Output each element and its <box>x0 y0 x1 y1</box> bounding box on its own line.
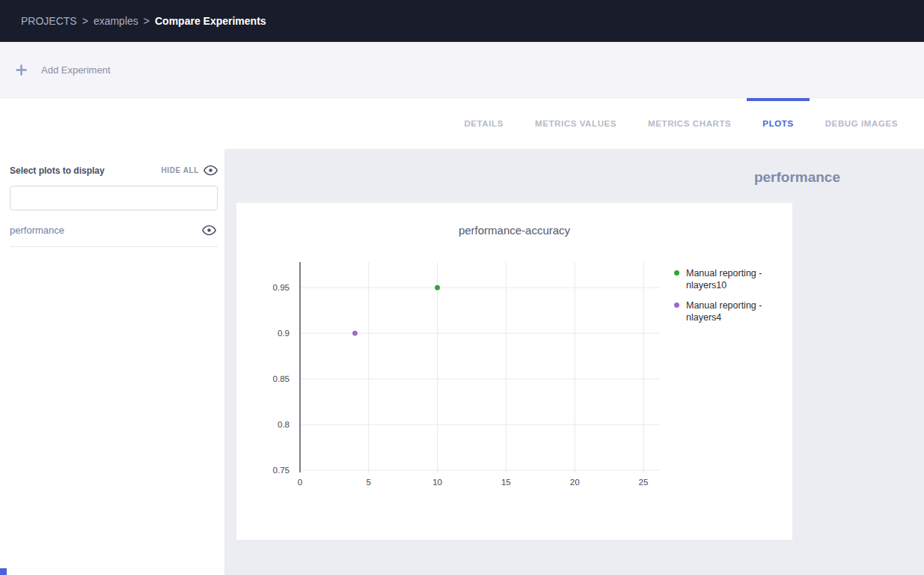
y-axis-tick-label: 0.8 <box>278 420 290 429</box>
legend-item[interactable]: Manual reporting - nlayers4 <box>674 299 786 323</box>
sidebar-title: Select plots to display <box>10 165 105 176</box>
plus-icon <box>15 64 28 76</box>
y-axis-tick-label: 0.95 <box>273 283 290 292</box>
tab-metrics-values[interactable]: METRICS VALUES <box>519 98 632 149</box>
hide-all-label: HIDE ALL <box>161 166 199 174</box>
x-axis-tick-label: 5 <box>367 478 371 487</box>
breadcrumb-examples-link[interactable]: examples <box>94 15 138 27</box>
y-axis-tick-label: 0.75 <box>273 466 290 475</box>
data-point[interactable] <box>352 331 358 336</box>
legend-item[interactable]: Manual reporting - nlayers10 <box>674 267 786 291</box>
eye-icon <box>204 165 218 176</box>
corner-accent <box>0 568 7 575</box>
tab-metrics-charts[interactable]: METRICS CHARTS <box>632 98 747 149</box>
main-content: Select plots to display HIDE ALL perform… <box>0 149 924 575</box>
breadcrumb-current-page: Compare Experiments <box>155 15 266 27</box>
tab-details[interactable]: DETAILS <box>448 98 519 149</box>
breadcrumb-separator: > <box>82 15 88 27</box>
scatter-plot[interactable]: 0.750.80.850.90.950510152025 <box>251 249 700 489</box>
metric-group-title: performance <box>754 169 840 186</box>
legend-color-dot <box>674 302 679 308</box>
tab-plots[interactable]: PLOTS <box>747 98 809 149</box>
legend-series-label: Manual reporting - nlayers4 <box>686 299 774 323</box>
plot-card: performance-accuracy 0.750.80.850.90.950… <box>236 203 792 540</box>
plot-filter-input[interactable] <box>10 186 218 210</box>
y-axis-tick-label: 0.85 <box>273 374 290 383</box>
x-axis-tick-label: 25 <box>639 478 649 487</box>
eye-icon <box>202 225 216 236</box>
x-axis-tick-label: 20 <box>570 478 580 487</box>
x-axis-tick-label: 0 <box>298 478 302 487</box>
add-experiment-button[interactable]: Add Experiment <box>15 64 111 76</box>
plot-item-label: performance <box>10 225 64 236</box>
breadcrumb-separator: > <box>144 15 150 27</box>
add-experiment-label: Add Experiment <box>41 64 111 76</box>
tabs-bar: DETAILS METRICS VALUES METRICS CHARTS PL… <box>0 98 924 149</box>
legend-series-label: Manual reporting - nlayers10 <box>686 267 774 291</box>
top-navigation-bar: PROJECTS > examples > Compare Experiment… <box>0 0 924 42</box>
breadcrumb-projects-link[interactable]: PROJECTS <box>21 15 77 27</box>
hide-all-button[interactable]: HIDE ALL <box>161 165 218 176</box>
data-point[interactable] <box>435 285 440 290</box>
chart-legend: Manual reporting - nlayers10Manual repor… <box>674 267 786 323</box>
plots-panel: performance performance-accuracy 0.750.8… <box>224 149 924 575</box>
x-axis-tick-label: 10 <box>432 478 442 487</box>
add-experiment-bar: Add Experiment <box>0 42 924 98</box>
chart-title: performance-accuracy <box>236 224 792 237</box>
plots-sidebar: Select plots to display HIDE ALL perform… <box>0 149 224 575</box>
tab-debug-images[interactable]: DEBUG IMAGES <box>810 98 914 149</box>
plot-list-item-performance[interactable]: performance <box>10 225 218 247</box>
legend-color-dot <box>674 270 679 276</box>
toggle-plot-visibility-button[interactable] <box>202 225 216 236</box>
y-axis-tick-label: 0.9 <box>278 329 290 338</box>
sidebar-header: Select plots to display HIDE ALL <box>10 165 218 176</box>
x-axis-tick-label: 15 <box>501 478 511 487</box>
breadcrumb: PROJECTS > examples > Compare Experiment… <box>21 15 266 27</box>
